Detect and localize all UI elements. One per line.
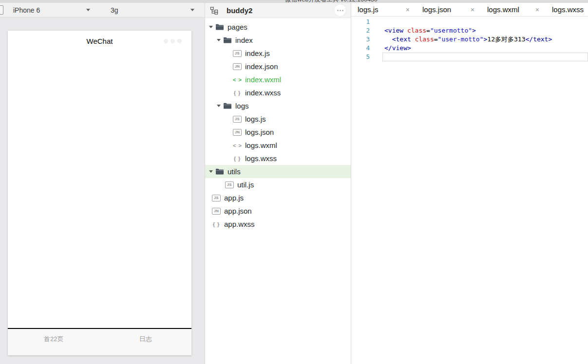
- editor-tab-logs.json[interactable]: logs.json×: [416, 3, 481, 16]
- tree-item-logs[interactable]: logs: [205, 99, 351, 112]
- code-text[interactable]: </view>: [382, 44, 588, 53]
- js-file-icon: JS: [233, 116, 242, 123]
- simulator-toolbar: iPhone 6 3g: [0, 3, 205, 18]
- more-icon[interactable]: [334, 4, 346, 16]
- phone-tab-bar: 首22页 日志: [8, 328, 191, 355]
- wxml-file-icon: < >: [233, 77, 242, 83]
- caret-down-icon[interactable]: [217, 105, 221, 107]
- tree-item-logs.js[interactable]: JSlogs.js: [205, 112, 351, 126]
- wxss-file-icon: { }: [212, 221, 221, 227]
- code-line-1[interactable]: 1: [351, 18, 588, 26]
- tree-item-label: app.js: [224, 194, 244, 202]
- tree-item-index.wxss[interactable]: { }index.wxss: [205, 86, 351, 99]
- window-title-bar-cropped: 微信web开发者工具 v0.12.160430: [0, 0, 588, 3]
- project-name: buddy2: [227, 6, 252, 15]
- line-number: 1: [351, 18, 382, 26]
- js-file-icon: JS: [225, 182, 234, 188]
- tree-item-app.js[interactable]: JSapp.js: [205, 191, 351, 204]
- folder-icon: [216, 168, 224, 175]
- tree-item-label: index.wxss: [245, 89, 281, 97]
- json-file-icon: JN: [233, 129, 242, 136]
- line-number: 3: [351, 35, 382, 44]
- device-dropdown-label: iPhone 6: [13, 6, 86, 14]
- tree-item-label: logs.json: [245, 128, 274, 136]
- editor-tab-logs.wxml[interactable]: logs.wxml×: [481, 3, 546, 16]
- tree-item-app.json[interactable]: JNapp.json: [205, 204, 351, 218]
- device-frame-icon: [0, 5, 3, 15]
- close-icon[interactable]: ×: [535, 6, 539, 14]
- tab-label: logs.wxss: [552, 5, 584, 14]
- tree-item-pages[interactable]: pages: [205, 20, 351, 34]
- tree-item-label: index.js: [245, 49, 270, 57]
- code-token-plain: =: [434, 36, 438, 43]
- caret-down-icon[interactable]: [217, 39, 221, 41]
- close-icon[interactable]: ×: [406, 6, 410, 14]
- tree-item-index.js[interactable]: JSindex.js: [205, 47, 351, 60]
- editor-tab-bar: logs.js×logs.json×logs.wxml×logs.wxss×: [351, 3, 588, 17]
- caret-down-icon[interactable]: [209, 170, 213, 173]
- explorer-header: buddy2: [205, 3, 351, 18]
- tree-item-label: pages: [228, 23, 247, 31]
- code-token-str: "usermotto": [430, 27, 472, 34]
- tree-item-util.js[interactable]: JSutil.js: [205, 178, 351, 191]
- code-text[interactable]: [382, 18, 588, 26]
- code-line-4[interactable]: 4</view>: [351, 44, 588, 53]
- code-token-attr: class: [415, 36, 434, 43]
- network-dropdown[interactable]: 3g: [111, 6, 194, 14]
- wxss-file-icon: { }: [233, 90, 242, 96]
- code-text[interactable]: [382, 53, 588, 61]
- tab-label: logs.json: [422, 5, 451, 14]
- device-dropdown[interactable]: iPhone 6: [13, 6, 90, 14]
- code-text[interactable]: <view class="usermotto">: [382, 26, 588, 35]
- code-line-2[interactable]: 2<view class="usermotto">: [351, 26, 588, 35]
- code-token-plain: =: [426, 27, 430, 34]
- caret-down-icon[interactable]: [209, 26, 213, 28]
- tree-item-utils[interactable]: utils: [205, 165, 351, 178]
- code-editor[interactable]: 12<view class="usermotto">3 <text class=…: [351, 17, 588, 61]
- code-line-3[interactable]: 3 <text class="user-motto">12多对多313</tex…: [351, 35, 588, 44]
- tab-label: logs.wxml: [487, 5, 519, 14]
- code-token-tag: </view>: [384, 44, 411, 52]
- code-line-5[interactable]: 5: [351, 53, 588, 61]
- menu-dots-icon[interactable]: [164, 39, 182, 43]
- code-token-attr: class: [407, 27, 426, 34]
- phone-tab-logs[interactable]: 日志: [100, 329, 192, 355]
- tree-item-logs.wxss[interactable]: { }logs.wxss: [205, 152, 351, 165]
- wxss-file-icon: { }: [233, 156, 242, 162]
- editor-tab-logs.wxss[interactable]: logs.wxss×: [546, 3, 588, 16]
- tree-item-index.wxml[interactable]: < >index.wxml: [205, 73, 351, 86]
- tree-item-label: utils: [228, 167, 241, 176]
- tree-item-label: util.js: [237, 181, 254, 189]
- tree-item-label: logs.wxml: [245, 141, 277, 149]
- close-icon[interactable]: ×: [471, 6, 474, 14]
- file-tree: pagesindexJSindex.jsJNindex.json< >index…: [205, 18, 351, 231]
- line-number: 5: [351, 53, 382, 61]
- tree-item-logs.wxml[interactable]: < >logs.wxml: [205, 139, 351, 152]
- tree-item-label: index: [235, 36, 253, 44]
- tree-item-logs.json[interactable]: JNlogs.json: [205, 126, 351, 139]
- code-token-plain: 12多对多313: [487, 36, 525, 43]
- tree-item-label: app.json: [224, 207, 252, 215]
- window-title: 微信web开发者工具 v0.12.160430: [219, 0, 443, 3]
- wxml-file-icon: < >: [233, 143, 242, 148]
- js-file-icon: JS: [233, 50, 242, 57]
- folder-icon: [224, 103, 231, 109]
- code-token-plain: [384, 36, 392, 43]
- phone-nav-title: WeChat: [87, 37, 113, 45]
- tab-label: logs.js: [358, 5, 379, 14]
- tree-item-label: logs.js: [245, 115, 266, 123]
- tree-item-index.json[interactable]: JNindex.json: [205, 60, 351, 73]
- tree-item-label: index.wxml: [245, 75, 281, 84]
- tree-item-app.wxss[interactable]: { }app.wxss: [205, 218, 351, 231]
- json-file-icon: JN: [212, 208, 221, 215]
- editor-tab-logs.js[interactable]: logs.js×: [351, 3, 416, 16]
- code-text[interactable]: <text class="user-motto">12多对多313</text>: [382, 35, 588, 44]
- folder-icon: [216, 24, 224, 30]
- line-number: 2: [351, 26, 382, 35]
- phone-tab-home[interactable]: 首22页: [8, 329, 100, 355]
- folder-icon: [224, 37, 231, 43]
- tree-item-label: logs.wxss: [245, 154, 277, 163]
- tree-item-index[interactable]: index: [205, 34, 351, 47]
- chevron-down-icon: [190, 9, 194, 11]
- editor-panel: logs.js×logs.json×logs.wxml×logs.wxss× 1…: [351, 3, 588, 364]
